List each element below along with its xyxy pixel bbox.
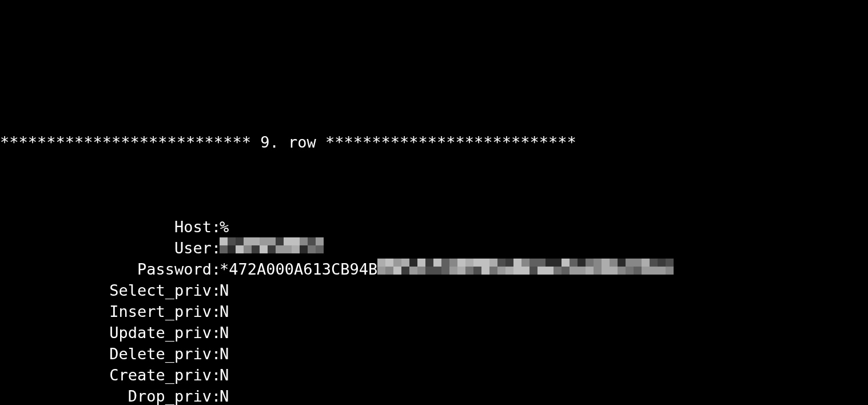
redacted-region [377,259,674,280]
field-row: User: [0,237,868,259]
svg-rect-2 [236,237,244,245]
svg-rect-71 [441,267,449,275]
field-label: Insert_priv [0,301,212,322]
svg-rect-11 [308,237,316,245]
field-label: Update_priv [0,322,212,343]
svg-rect-67 [409,267,417,275]
svg-rect-42 [505,259,513,267]
svg-rect-52 [586,259,594,267]
svg-rect-56 [618,259,626,267]
svg-rect-96 [642,267,650,275]
field-value: N [220,280,229,301]
svg-rect-75 [473,267,481,275]
svg-rect-50 [570,259,578,267]
redacted-region [220,237,324,259]
svg-rect-88 [578,267,586,275]
svg-rect-94 [626,267,634,275]
svg-rect-63 [377,267,385,275]
colon-separator: : [212,237,220,259]
svg-rect-78 [497,267,505,275]
svg-rect-62 [666,259,674,267]
svg-rect-70 [433,267,441,275]
svg-rect-21 [284,245,292,253]
field-label: Password [0,259,212,280]
svg-rect-1 [228,237,236,245]
svg-rect-68 [417,267,425,275]
svg-rect-4 [252,237,260,245]
field-value: N [220,322,229,343]
field-label: User [0,237,212,259]
svg-rect-74 [465,267,473,275]
field-label: Delete_priv [0,343,212,364]
field-row: Insert_priv: N [0,301,868,322]
colon-separator: : [212,216,220,237]
svg-rect-73 [457,267,465,275]
svg-rect-53 [594,259,602,267]
svg-rect-18 [260,245,268,253]
svg-rect-54 [602,259,610,267]
svg-rect-5 [260,237,268,245]
field-row: Select_priv: N [0,280,868,301]
svg-rect-24 [308,245,316,253]
svg-rect-29 [401,259,409,267]
svg-rect-60 [650,259,658,267]
svg-rect-35 [449,259,457,267]
svg-rect-51 [578,259,586,267]
terminal-output[interactable]: password_expired: N ********************… [0,0,868,405]
svg-rect-55 [610,259,618,267]
svg-rect-8 [284,237,292,245]
svg-rect-48 [554,259,562,267]
svg-rect-58 [634,259,642,267]
svg-rect-16 [244,245,252,253]
svg-rect-98 [658,267,666,275]
field-value: % [220,216,229,237]
svg-rect-83 [537,267,546,275]
svg-rect-3 [244,237,252,245]
svg-rect-97 [650,267,658,275]
row-separator-line: *************************** 9. row *****… [0,132,868,153]
svg-rect-69 [425,267,433,275]
svg-rect-33 [433,259,441,267]
colon-separator: : [212,280,220,301]
svg-rect-15 [236,245,244,253]
colon-separator: : [212,322,220,343]
svg-rect-64 [385,267,393,275]
svg-rect-57 [626,259,634,267]
field-row: Password: *472A000A613CB94B [0,259,868,280]
svg-rect-72 [449,267,457,275]
svg-rect-44 [521,259,529,267]
svg-rect-61 [658,259,666,267]
svg-rect-14 [228,245,236,253]
svg-rect-28 [393,259,401,267]
field-value: N [220,364,229,386]
svg-rect-77 [489,267,497,275]
field-row: Update_priv: N [0,322,868,343]
svg-rect-23 [300,245,308,253]
svg-rect-9 [292,237,300,245]
svg-rect-99 [666,267,674,275]
svg-rect-25 [316,245,324,253]
svg-rect-46 [537,259,546,267]
svg-rect-43 [513,259,521,267]
svg-rect-27 [385,259,393,267]
svg-rect-65 [393,267,401,275]
field-label: Create_priv [0,364,212,386]
field-label: Select_priv [0,280,212,301]
field-label: Host [0,216,212,237]
svg-rect-82 [529,267,537,275]
field-row: Create_priv: N [0,364,868,386]
svg-rect-90 [594,267,602,275]
svg-rect-32 [425,259,433,267]
colon-separator: : [212,259,220,280]
svg-rect-41 [497,259,505,267]
field-row: Delete_priv: N [0,343,868,364]
svg-rect-6 [268,237,276,245]
svg-rect-95 [634,267,642,275]
svg-rect-10 [300,237,308,245]
svg-rect-20 [276,245,284,253]
svg-rect-66 [401,267,409,275]
colon-separator: : [212,386,220,405]
svg-rect-92 [610,267,618,275]
svg-rect-76 [481,267,489,275]
svg-rect-34 [441,259,449,267]
